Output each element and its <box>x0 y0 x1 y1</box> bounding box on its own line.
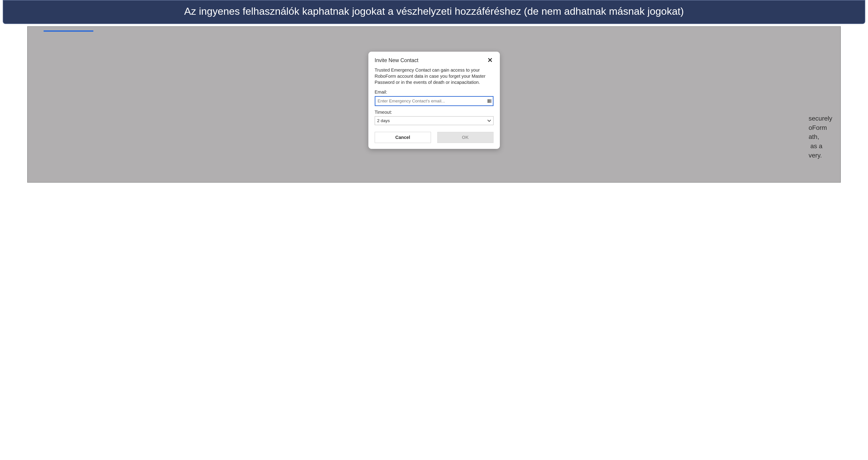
caption-banner: Az ingyenes felhasználók kaphatnak jogok… <box>3 0 865 24</box>
app-window-overlay: securely oForm ath, as a very. Invite Ne… <box>27 26 841 183</box>
modal-button-row: Cancel OK <box>375 132 494 143</box>
email-input[interactable] <box>375 96 494 106</box>
svg-rect-0 <box>488 99 489 103</box>
invite-contact-modal: Invite New Contact ✕ Trusted Emergency C… <box>368 52 500 149</box>
active-tab-underline <box>43 30 93 32</box>
timeout-select[interactable]: 2 days <box>375 116 494 125</box>
ok-button[interactable]: OK <box>437 132 494 143</box>
caption-text: Az ingyenes felhasználók kaphatnak jogok… <box>184 5 684 17</box>
contacts-icon[interactable] <box>487 99 492 103</box>
svg-rect-2 <box>491 99 491 103</box>
modal-header: Invite New Contact ✕ <box>375 57 494 64</box>
email-label: Email: <box>375 90 494 95</box>
timeout-label: Timeout: <box>375 110 494 115</box>
timeout-select-wrapper: 2 days <box>375 116 494 125</box>
background-text-fragment: securely oForm ath, as a very. <box>809 114 841 160</box>
modal-description: Trusted Emergency Contact can gain acces… <box>375 67 494 86</box>
svg-rect-1 <box>489 99 490 103</box>
email-field-wrapper <box>375 96 494 106</box>
cancel-button[interactable]: Cancel <box>375 132 431 143</box>
screenshot-stage: securely oForm ath, as a very. Invite Ne… <box>0 24 868 190</box>
close-icon[interactable]: ✕ <box>487 57 494 64</box>
modal-title: Invite New Contact <box>375 57 418 63</box>
